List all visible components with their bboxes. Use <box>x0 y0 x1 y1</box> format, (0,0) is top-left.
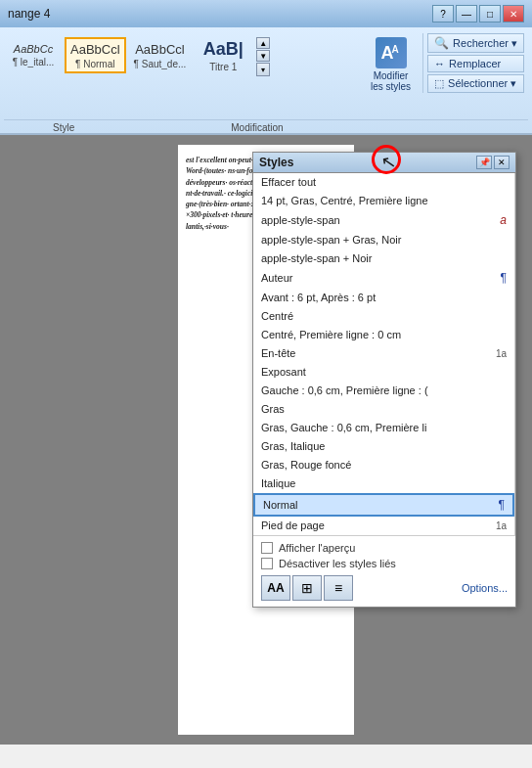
inspect-style-icon: ⊞ <box>301 580 313 596</box>
style-row-effacer[interactable]: Effacer tout <box>253 173 514 192</box>
style-label-saut: ¶ Saut_de... <box>134 59 187 69</box>
style-row-pied[interactable]: Pied de page 1a <box>253 517 514 535</box>
manage-style-icon: ≡ <box>334 580 342 596</box>
style-row-gras[interactable]: Gras <box>253 400 514 419</box>
style-row-label: 14 pt, Gras, Centré, Première ligne <box>261 195 428 206</box>
panel-controls: 📌 ✕ <box>476 156 510 169</box>
ribbon: AaBbCc ¶ le_ital... AaBbCcl ¶ Normal AaB… <box>0 27 532 135</box>
rechercher-button[interactable]: 🔍 Rechercher ▾ <box>427 33 524 53</box>
style-row-label: Centré, Première ligne : 0 cm <box>261 329 401 340</box>
styles-scroll-down[interactable]: ▼ <box>256 50 270 62</box>
help-button[interactable]: ? <box>432 5 454 23</box>
style-row-entete[interactable]: En-tête 1a <box>253 344 514 363</box>
style-row-14pt[interactable]: 14 pt, Gras, Centré, Première ligne <box>253 192 514 210</box>
panel-close-button[interactable]: ✕ <box>494 156 510 169</box>
panel-bottom-buttons: AA ⊞ ≡ Options... <box>261 575 508 601</box>
title-bar: nange 4 ? — □ ✕ <box>0 0 532 27</box>
style-row-label: Gras <box>261 403 285 415</box>
style-row-label: Centré <box>261 310 293 322</box>
maximize-button[interactable]: □ <box>479 5 501 23</box>
style-row-label: Italique <box>261 477 295 489</box>
style-item-le-ital[interactable]: AaBbCc ¶ le_ital... <box>4 38 63 71</box>
style-row-label: apple-style-span <box>261 214 340 226</box>
style-row-italique[interactable]: Italique <box>253 474 514 493</box>
style-row-label: apple-style-span + Gras, Noir <box>261 234 401 246</box>
style-item-saut[interactable]: AaBbCcl ¶ Saut_de... <box>128 37 193 73</box>
modify-styles-button[interactable]: AA Modifier les styles <box>363 33 419 96</box>
style-row-gras-italique[interactable]: Gras, Italique <box>253 437 514 456</box>
style-row-normal[interactable]: Normal ¶ <box>253 493 514 517</box>
style-row-label: Effacer tout <box>261 176 316 188</box>
desactiver-label: Désactiver les styles liés <box>279 558 396 569</box>
modify-styles-label-line1: Modifier <box>374 70 409 81</box>
style-indicator-para: ¶ <box>501 271 507 285</box>
style-row-auteur[interactable]: Auteur ¶ <box>253 268 514 289</box>
modify-styles-label-line2: les styles <box>371 81 411 92</box>
style-row-apple2[interactable]: apple-style-span + Gras, Noir <box>253 231 514 249</box>
panel-icon-buttons: AA ⊞ ≡ <box>261 575 353 601</box>
style-label-le-ital: ¶ le_ital... <box>13 57 55 68</box>
desactiver-checkbox[interactable] <box>261 558 273 569</box>
style-indicator-char: a <box>500 213 507 227</box>
style-preview-saut: AaBbCcl <box>135 41 185 59</box>
style-row-label: Pied de page <box>261 520 325 531</box>
style-row-gauche[interactable]: Gauche : 0,6 cm, Première ligne : ( <box>253 382 514 400</box>
ribbon-actions: 🔍 Rechercher ▾ ↔ Remplacer ⬚ Sélectionne… <box>422 33 528 93</box>
styles-scroll-up[interactable]: ▲ <box>256 37 270 49</box>
rechercher-label: Rechercher ▾ <box>453 37 517 50</box>
styles-expand[interactable]: ▾ <box>256 63 270 76</box>
close-button[interactable]: ✕ <box>503 5 524 23</box>
style-row-apple3[interactable]: apple-style-span + Noir <box>253 249 514 268</box>
modify-styles-icon: AA <box>376 37 407 68</box>
remplacer-label: Remplacer <box>449 58 501 69</box>
style-item-titre1[interactable]: AaB| Titre 1 <box>194 33 252 76</box>
style-row-gras-gauche[interactable]: Gras, Gauche : 0,6 cm, Première li <box>253 419 514 437</box>
remplacer-button[interactable]: ↔ Remplacer <box>427 55 524 72</box>
style-label-normal: ¶ Normal <box>75 59 114 69</box>
style-row-label: Gras, Rouge foncé <box>261 459 351 471</box>
panel-pin-button[interactable]: 📌 <box>476 156 492 169</box>
modification-section-label: Modification <box>231 122 283 133</box>
style-preview-titre1: AaB| <box>203 37 244 62</box>
manage-style-button[interactable]: ≡ <box>324 575 353 601</box>
style-row-apple1[interactable]: apple-style-span a <box>253 210 514 231</box>
new-style-button[interactable]: AA <box>261 575 290 601</box>
style-row-label: Gauche : 0,6 cm, Première ligne : ( <box>261 384 428 396</box>
ribbon-section-labels: Style Modification <box>4 119 528 133</box>
panel-footer: Afficher l'aperçu Désactiver les styles … <box>253 535 515 607</box>
checkbox-row-apercu: Afficher l'aperçu <box>261 542 508 554</box>
style-row-label: Normal <box>263 499 297 511</box>
window-title: nange 4 <box>8 7 50 21</box>
style-row-exposant[interactable]: Exposant <box>253 363 514 382</box>
style-row-label: apple-style-span + Noir <box>261 252 372 264</box>
style-row-centre[interactable]: Centré <box>253 307 514 326</box>
style-preview-le-ital: AaBbCc <box>14 42 53 57</box>
minimize-button[interactable]: — <box>456 5 477 23</box>
style-row-label: Auteur <box>261 272 292 284</box>
styles-panel: Styles 📌 ✕ Effacer tout 14 pt, Gras, Cen… <box>252 152 516 608</box>
style-row-gras-rouge[interactable]: Gras, Rouge foncé <box>253 456 514 474</box>
style-row-centre2[interactable]: Centré, Première ligne : 0 cm <box>253 326 514 344</box>
inspect-style-button[interactable]: ⊞ <box>292 575 322 601</box>
style-row-label: Exposant <box>261 366 306 378</box>
selectionner-label: Sélectionner ▾ <box>448 77 516 90</box>
selectionner-button[interactable]: ⬚ Sélectionner ▾ <box>427 74 524 93</box>
style-row-avant[interactable]: Avant : 6 pt, Après : 6 pt <box>253 289 514 307</box>
style-preview-normal: AaBbCcl <box>70 41 120 59</box>
checkbox-row-desactiver: Désactiver les styles liés <box>261 558 508 569</box>
style-indicator-pied: 1a <box>496 520 507 531</box>
style-item-normal[interactable]: AaBbCcl ¶ Normal <box>65 37 126 73</box>
style-row-label: Avant : 6 pt, Après : 6 pt <box>261 292 376 303</box>
styles-list[interactable]: Effacer tout 14 pt, Gras, Centré, Premiè… <box>253 173 515 535</box>
style-row-label: En-tête <box>261 347 295 359</box>
options-link[interactable]: Options... <box>462 582 508 594</box>
apercu-label: Afficher l'aperçu <box>279 542 355 554</box>
style-label-titre1: Titre 1 <box>209 62 237 72</box>
ribbon-content: AaBbCc ¶ le_ital... AaBbCcl ¶ Normal AaB… <box>4 31 528 119</box>
panel-title-bar: Styles 📌 ✕ <box>253 153 515 173</box>
style-indicator-linked: 1a <box>496 348 507 359</box>
style-indicator-normal-para: ¶ <box>499 498 505 512</box>
window-controls: ? — □ ✕ <box>432 5 524 23</box>
style-section-label: Style <box>53 122 74 133</box>
apercu-checkbox[interactable] <box>261 542 273 554</box>
